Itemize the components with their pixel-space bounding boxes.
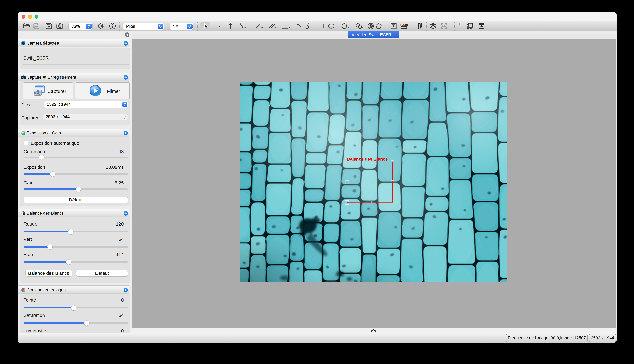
- svg-text:CSV: CSV: [442, 25, 446, 27]
- svg-text:Balance des Blancs: Balance des Blancs: [347, 156, 388, 162]
- svg-text:10um: 10um: [400, 23, 408, 26]
